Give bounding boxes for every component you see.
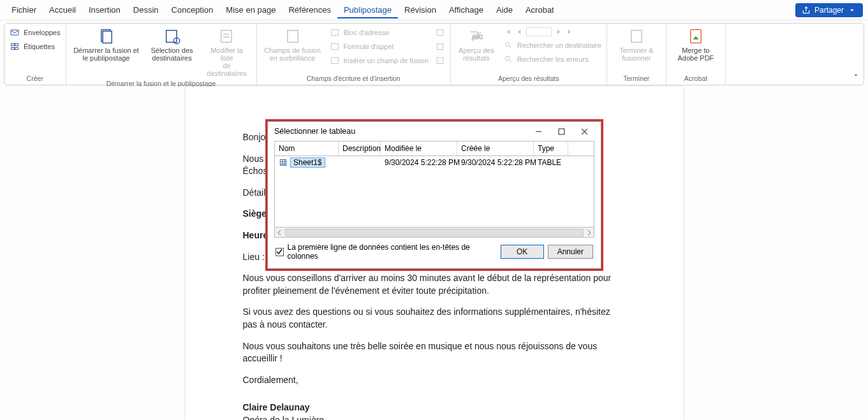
row-created: 9/30/2024 5:22:28 PM	[461, 158, 538, 167]
doc-line: Nous vous conseillons d'arriver au moins…	[243, 272, 626, 297]
svg-rect-1	[11, 43, 15, 45]
prev-record-icon	[515, 27, 524, 36]
menu-fichier[interactable]: Fichier	[5, 1, 43, 18]
group-finish: Terminer & fusionner Terminer	[607, 24, 666, 85]
svg-rect-6	[103, 31, 112, 43]
svg-text:ABC: ABC	[472, 34, 483, 40]
greeting-line-button: Formule d'appel	[330, 40, 429, 53]
first-row-headers-checkbox[interactable]: La première ligne de données contient le…	[276, 243, 494, 261]
menu-mise-en-page[interactable]: Mise en page	[219, 1, 282, 18]
signature-org: Opéra de la Lumière	[243, 415, 325, 420]
labels-button[interactable]: Étiquettes	[10, 40, 61, 53]
row-name: Sheet1$	[290, 157, 325, 168]
first-record-icon	[503, 27, 512, 36]
menu-aide[interactable]: Aide	[490, 1, 519, 18]
match-icon	[435, 41, 445, 52]
row-type: TABLE	[538, 158, 572, 167]
svg-rect-16	[437, 57, 443, 63]
edit-recipients-label: Modifier la liste de destinataires	[204, 47, 250, 77]
group-preview: ABC Aperçu des résultats Rechercher un d…	[451, 24, 607, 85]
svg-rect-9	[221, 31, 231, 43]
preview-icon: ABC	[467, 27, 485, 45]
svg-rect-2	[15, 43, 18, 45]
horizontal-scrollbar[interactable]	[274, 228, 594, 238]
menu-accueil[interactable]: Accueil	[43, 1, 82, 18]
menu-acrobat[interactable]: Acrobat	[519, 1, 561, 18]
table-body[interactable]: Sheet1$ 9/30/2024 5:22:28 PM 9/30/2024 5…	[274, 156, 594, 228]
scroll-track[interactable]	[285, 229, 584, 236]
match-fields-button	[435, 40, 445, 53]
menu-references[interactable]: Références	[282, 1, 337, 18]
select-recipients-button[interactable]: Sélection des destinataires	[148, 26, 196, 63]
dialog-titlebar[interactable]: Sélectionner le tableau	[268, 122, 601, 141]
start-merge-label: Démarrer la fusion et le publipostage	[73, 47, 139, 62]
sheet-icon	[279, 158, 288, 167]
svg-point-18	[505, 42, 510, 47]
svg-rect-13	[331, 57, 338, 63]
group-start-merge: Démarrer la fusion et le publipostage Sé…	[66, 24, 257, 85]
close-button[interactable]	[573, 122, 596, 140]
svg-rect-7	[166, 31, 176, 43]
svg-rect-4	[15, 47, 18, 49]
col-desc[interactable]: Description	[339, 141, 381, 156]
insert-field-label: Insérer un champ de fusion	[344, 57, 429, 64]
svg-rect-10	[287, 31, 297, 43]
next-record-icon	[554, 27, 563, 36]
start-merge-button[interactable]: Démarrer la fusion et le publipostage	[71, 26, 142, 63]
ok-button[interactable]: OK	[501, 245, 544, 259]
finish-label: Terminer & fusionner	[619, 47, 653, 62]
last-record-icon	[566, 27, 575, 36]
select-table-dialog: Sélectionner le tableau Nom Description …	[266, 120, 603, 270]
scroll-right-icon	[586, 229, 592, 236]
greeting-icon	[330, 41, 340, 52]
maximize-icon	[558, 128, 565, 135]
menu-revision[interactable]: Révision	[398, 1, 443, 18]
table-row[interactable]: Sheet1$ 9/30/2024 5:22:28 PM 9/30/2024 5…	[275, 156, 594, 169]
col-modified[interactable]: Modifiée le	[381, 141, 457, 156]
menu-affichage[interactable]: Affichage	[443, 1, 490, 18]
menu-dessin[interactable]: Dessin	[127, 1, 165, 18]
record-nav	[503, 26, 601, 38]
maximize-button[interactable]	[550, 122, 573, 140]
share-button[interactable]: Partager	[795, 3, 863, 17]
preview-label: Aperçu des résultats	[459, 47, 494, 62]
find-recipient-button: Rechercher un destinataire	[503, 39, 601, 52]
merge-pdf-button[interactable]: Merge to Adobe PDF	[672, 26, 720, 63]
group-acrobat: Merge to Adobe PDF Acrobat	[666, 24, 726, 85]
col-created[interactable]: Créée le	[457, 141, 534, 156]
envelopes-label: Enveloppes	[24, 29, 61, 36]
col-name[interactable]: Nom	[275, 141, 339, 156]
dialog-title: Sélectionner le tableau	[274, 127, 355, 136]
svg-rect-20	[631, 31, 642, 43]
collapse-ribbon-button[interactable]	[852, 71, 860, 81]
check-errors-button: Rechercher les erreurs	[503, 53, 601, 66]
edit-recipients-button: Modifier la liste de destinataires	[203, 26, 251, 78]
doc-line: Cordialement,	[243, 374, 626, 387]
merge-pdf-label: Merge to Adobe PDF	[677, 47, 714, 62]
finish-merge-button: Terminer & fusionner	[612, 26, 661, 63]
check-errors-icon	[503, 54, 513, 64]
col-type[interactable]: Type	[534, 141, 568, 156]
cancel-button[interactable]: Annuler	[548, 245, 593, 259]
search-icon	[503, 40, 513, 50]
checkmark-icon	[276, 249, 283, 255]
update-labels-button	[435, 54, 445, 67]
address-block-label: Bloc d'adresse	[344, 29, 390, 36]
ribbon: Enveloppes Étiquettes Créer Démarrer la …	[4, 23, 864, 85]
insert-field-icon	[330, 55, 340, 66]
svg-rect-22	[559, 129, 564, 134]
checkbox-label: La première ligne de données contient le…	[288, 243, 494, 261]
menu-conception[interactable]: Conception	[165, 1, 220, 18]
menu-insertion[interactable]: Insertion	[82, 1, 127, 18]
close-icon	[581, 128, 588, 135]
group-acrobat-label: Acrobat	[672, 73, 720, 83]
greeting-label: Formule d'appel	[344, 43, 394, 50]
svg-rect-12	[331, 43, 338, 49]
doc-line: Si vous avez des questions ou si vous so…	[243, 306, 626, 331]
menu-publipostage[interactable]: Publipostage	[337, 1, 398, 18]
envelopes-button[interactable]: Enveloppes	[10, 26, 61, 39]
table-header: Nom Description Modifiée le Créée le Typ…	[274, 141, 594, 156]
edit-recipients-icon	[218, 27, 236, 45]
minimize-button[interactable]	[527, 122, 550, 140]
minimize-icon	[535, 128, 542, 135]
